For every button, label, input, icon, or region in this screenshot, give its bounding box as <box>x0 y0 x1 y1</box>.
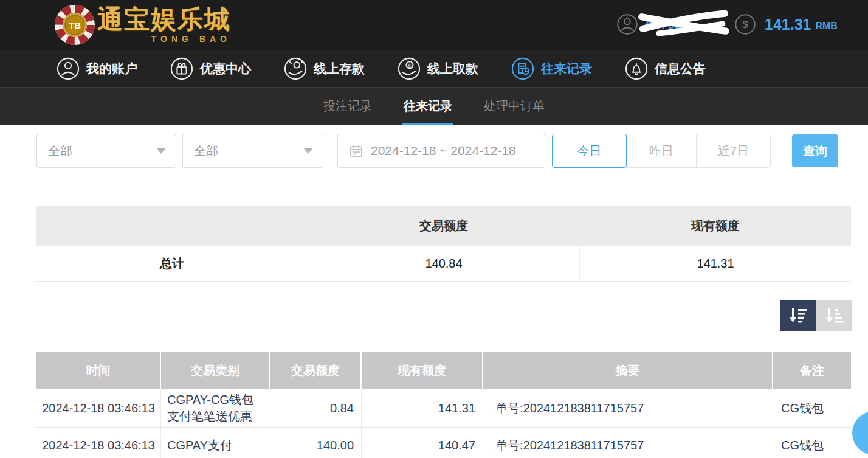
chip-monogram: TB <box>69 20 81 30</box>
gift-icon <box>170 57 193 80</box>
category-select-value: 全部 <box>194 143 218 159</box>
summary-total-row: 总计 140.84 141.31 <box>36 246 851 282</box>
query-button[interactable]: 查询 <box>792 134 838 167</box>
section-divider <box>36 186 868 186</box>
bell-icon <box>625 57 648 80</box>
tab-betting-records[interactable]: 投注记录 <box>322 88 373 125</box>
nav-item-my-account[interactable]: 我的账户 <box>57 57 137 80</box>
summary-table: 交易额度 现有额度 总计 140.84 141.31 <box>36 206 851 282</box>
col-header-balance: 现有额度 <box>362 352 483 389</box>
nav-item-transaction-records[interactable]: 往来记录 <box>511 57 592 80</box>
nav-label: 优惠中心 <box>200 60 251 77</box>
type-select[interactable]: 全部 <box>36 134 176 168</box>
brand-logo[interactable]: 通宝娱乐城 TONG BAO <box>97 6 231 44</box>
nav-label: 线上取款 <box>427 60 478 77</box>
chevron-down-icon <box>303 148 313 154</box>
table-row: 2024-12-18 03:46:13 CGPAY支付 140.00 140.4… <box>36 428 851 458</box>
main-navigation: 我的账户 优惠中心 线上存款 <box>0 50 868 87</box>
col-header-type: 交易类别 <box>161 352 270 389</box>
floating-service-button[interactable] <box>852 411 868 455</box>
today-button[interactable]: 今日 <box>552 134 627 168</box>
chevron-down-icon <box>156 148 166 154</box>
col-header-amount: 交易额度 <box>270 352 362 389</box>
balance-amount: 141.31 <box>765 16 811 33</box>
svg-text:$: $ <box>408 62 412 69</box>
summary-header-empty <box>36 206 308 246</box>
cell-remark: CG钱包 <box>773 389 851 427</box>
quick-date-button-group: 今日 昨日 近7日 <box>552 134 771 168</box>
table-header-row: 时间 交易类别 交易额度 现有额度 摘要 备注 <box>36 352 851 389</box>
sort-ascending-button[interactable] <box>816 300 852 331</box>
sort-controls <box>780 300 852 331</box>
summary-total-current-amount: 141.31 <box>579 246 851 281</box>
nav-label: 信息公告 <box>655 60 706 77</box>
cell-amount: 0.84 <box>270 389 362 427</box>
sort-ascending-icon <box>825 308 844 325</box>
cell-amount: 140.00 <box>270 428 362 458</box>
type-select-value: 全部 <box>48 143 72 159</box>
dollar-coin-icon: $ <box>734 13 756 35</box>
record-subtabs: 投注记录 往来记录 处理中订单 <box>0 87 868 125</box>
user-avatar-icon <box>616 13 638 35</box>
nav-item-announcements[interactable]: 信息公告 <box>625 57 706 80</box>
page: TB 通宝娱乐城 TONG BAO bc7325 <box>0 0 868 458</box>
summary-header-current-amount: 现有额度 <box>579 206 851 246</box>
currency-label: RMB <box>815 21 837 32</box>
wallet-balance-area[interactable]: $ 141.31 RMB <box>734 9 838 40</box>
top-header-bar: TB 通宝娱乐城 TONG BAO bc7325 <box>0 0 868 50</box>
sort-descending-button[interactable] <box>780 300 816 331</box>
cell-remark: CG钱包 <box>773 428 851 458</box>
cell-time: 2024-12-18 03:46:13 <box>36 389 161 427</box>
hand-coin-deposit-icon <box>284 57 307 80</box>
cell-time: 2024-12-18 03:46:13 <box>36 428 161 458</box>
casino-chip-logo-icon[interactable]: TB <box>53 4 96 46</box>
summary-total-transaction-amount: 140.84 <box>308 246 579 281</box>
user-account-area[interactable]: bc7325 <box>616 9 689 40</box>
col-header-remark: 备注 <box>773 352 851 389</box>
date-range-picker[interactable]: 2024-12-18 ~ 2024-12-18 <box>337 134 545 168</box>
person-icon <box>57 57 80 80</box>
col-header-time: 时间 <box>36 352 161 389</box>
last-7-days-button[interactable]: 近7日 <box>696 134 771 168</box>
nav-label: 往来记录 <box>541 60 592 77</box>
hand-dollar-withdraw-icon: $ <box>398 57 421 80</box>
cell-type: CGPAY-CG钱包支付笔笔送优惠 <box>161 389 270 427</box>
nav-item-promotions[interactable]: 优惠中心 <box>170 57 251 80</box>
tab-processing-orders[interactable]: 处理中订单 <box>483 88 546 125</box>
category-select[interactable]: 全部 <box>182 134 323 168</box>
cell-summary: 单号:202412183811715757 <box>483 389 773 427</box>
tab-transaction-records[interactable]: 往来记录 <box>402 88 453 125</box>
table-row: 2024-12-18 03:46:13 CGPAY-CG钱包支付笔笔送优惠 0.… <box>36 389 851 428</box>
nav-label: 线上存款 <box>314 60 365 77</box>
summary-total-label: 总计 <box>36 246 308 281</box>
username-text: bc7325 <box>646 17 689 32</box>
nav-item-online-deposit[interactable]: 线上存款 <box>284 57 365 80</box>
summary-header-transaction-amount: 交易额度 <box>308 206 580 246</box>
col-header-summary: 摘要 <box>483 352 773 389</box>
transactions-table: 时间 交易类别 交易额度 现有额度 摘要 备注 2024-12-18 03:46… <box>36 352 851 458</box>
cell-type: CGPAY支付 <box>161 428 270 458</box>
cell-summary: 单号:202412183811715757 <box>483 428 773 458</box>
nav-item-online-withdrawal[interactable]: $ 线上取款 <box>398 57 478 80</box>
cell-balance: 140.47 <box>362 428 483 458</box>
cell-balance: 141.31 <box>362 389 483 427</box>
svg-text:$: $ <box>742 19 748 30</box>
brand-name-en: TONG BAO <box>151 34 231 44</box>
brand-name-cn: 通宝娱乐城 <box>97 6 231 33</box>
clipboard-clock-icon <box>511 57 534 80</box>
yesterday-button[interactable]: 昨日 <box>626 134 697 168</box>
calendar-icon <box>349 144 363 158</box>
summary-header-row: 交易额度 现有额度 <box>36 206 851 246</box>
nav-label: 我的账户 <box>86 60 137 77</box>
sort-descending-icon <box>788 308 808 325</box>
date-range-value: 2024-12-18 ~ 2024-12-18 <box>371 144 516 158</box>
